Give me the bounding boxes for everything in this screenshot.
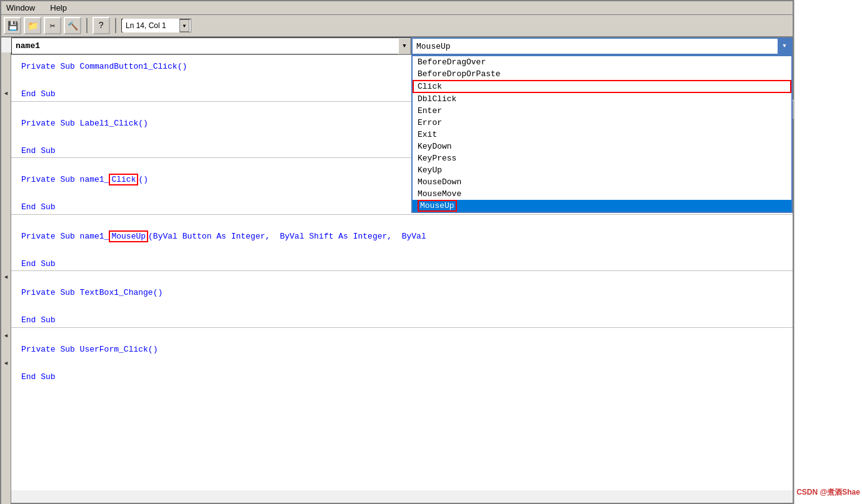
toolbar-separator: [86, 18, 88, 33]
event-dropdown-value: MouseUp: [416, 42, 788, 51]
help-icon: ?: [99, 21, 104, 31]
code-line-14: [11, 244, 793, 257]
event-option-mousemove[interactable]: MouseMove: [413, 188, 791, 200]
sidebar-icon-3: ◀: [2, 332, 11, 341]
event-dropdown-list: BeforeDragOver BeforeDropOrPaste Click D…: [411, 55, 793, 213]
mouseup-highlight-box: MouseUp: [109, 230, 148, 242]
object-dropdown[interactable]: name1 ▼: [11, 37, 411, 54]
build-icon: 🔨: [68, 21, 78, 31]
code-line-22: [11, 357, 793, 370]
event-dropdown-container: MouseUp ▼ BeforeDragOver BeforeDropOrPas…: [411, 37, 793, 54]
menu-bar: Window Help: [1, 1, 793, 15]
csdn-watermark: CSDN @煮酒Shae: [796, 487, 860, 498]
code-line-19: End Sub: [11, 314, 793, 328]
help-button[interactable]: ?: [93, 17, 110, 34]
click-highlight-box: Click: [109, 174, 138, 185]
code-line-20: [11, 329, 793, 343]
event-option-beforedragover[interactable]: BeforeDragOver: [413, 56, 791, 68]
event-dropdown[interactable]: MouseUp ▼: [411, 37, 793, 55]
csdn-panel: CSDN @煮酒Shae: [794, 0, 862, 504]
code-line-12: [11, 216, 793, 230]
code-line-16: [11, 272, 793, 286]
dropdowns-row: name1 ▼ MouseUp ▼ BeforeDragOver BeforeD…: [11, 37, 793, 55]
sidebar-icon-1: ◀: [2, 90, 11, 99]
event-dropdown-arrow[interactable]: ▼: [778, 38, 791, 54]
code-line-21: Private Sub UserForm_Click(): [11, 343, 793, 357]
folder-icon: 📁: [28, 21, 38, 31]
object-dropdown-value: name1: [16, 41, 407, 51]
code-line-17: Private Sub TextBox1_Change(): [11, 286, 793, 300]
code-line-15: End Sub: [11, 257, 793, 272]
event-option-error[interactable]: Error: [413, 117, 791, 129]
save-icon: 💾: [8, 21, 18, 31]
position-dropdown-arrow[interactable]: ▼: [179, 19, 189, 32]
event-option-beforedroporpaste[interactable]: BeforeDropOrPaste: [413, 68, 791, 80]
event-option-mouseup-text: MouseUp: [418, 200, 457, 212]
cut-icon: ✂: [50, 21, 55, 31]
toolbar: 💾 📁 ✂ 🔨 ? Ln 14, Col 1 ▼: [1, 15, 793, 37]
folder-button[interactable]: 📁: [24, 17, 41, 34]
event-option-mousedown[interactable]: MouseDown: [413, 176, 791, 188]
event-option-keyup[interactable]: KeyUp: [413, 164, 791, 176]
event-option-enter[interactable]: Enter: [413, 105, 791, 117]
code-line-18: [11, 300, 793, 314]
toolbar-separator-2: [115, 18, 116, 33]
event-option-exit[interactable]: Exit: [413, 129, 791, 141]
object-dropdown-arrow[interactable]: ▼: [398, 38, 411, 54]
build-button[interactable]: 🔨: [64, 17, 81, 34]
menu-window[interactable]: Window: [4, 2, 38, 13]
event-option-mouseup[interactable]: MouseUp: [413, 200, 791, 212]
event-option-dblclick[interactable]: DblClick: [413, 93, 791, 105]
code-line-23: End Sub: [11, 370, 793, 384]
event-option-keydown[interactable]: KeyDown: [413, 141, 791, 152]
editor-container: name1 ▼ MouseUp ▼ BeforeDragOver BeforeD…: [11, 37, 793, 490]
event-option-keypress[interactable]: KeyPress: [413, 152, 791, 164]
cut-button[interactable]: ✂: [44, 17, 61, 34]
left-sidebar: ◀ ◀ ◀ ◀: [1, 52, 11, 504]
menu-help[interactable]: Help: [48, 2, 69, 13]
event-option-click[interactable]: Click: [413, 80, 791, 93]
save-button[interactable]: 💾: [4, 17, 21, 34]
cursor-position: Ln 14, Col 1: [123, 19, 179, 32]
sidebar-icon-2: ◀: [2, 274, 11, 282]
sidebar-icon-4: ◀: [2, 360, 11, 368]
code-line-13: Private Sub name1_MouseUp(ByVal Button A…: [11, 230, 793, 244]
vba-editor-window: Window Help 💾 📁 ✂ 🔨 ? Ln 14, Col 1 ▼ ◀ ◀…: [0, 0, 794, 504]
